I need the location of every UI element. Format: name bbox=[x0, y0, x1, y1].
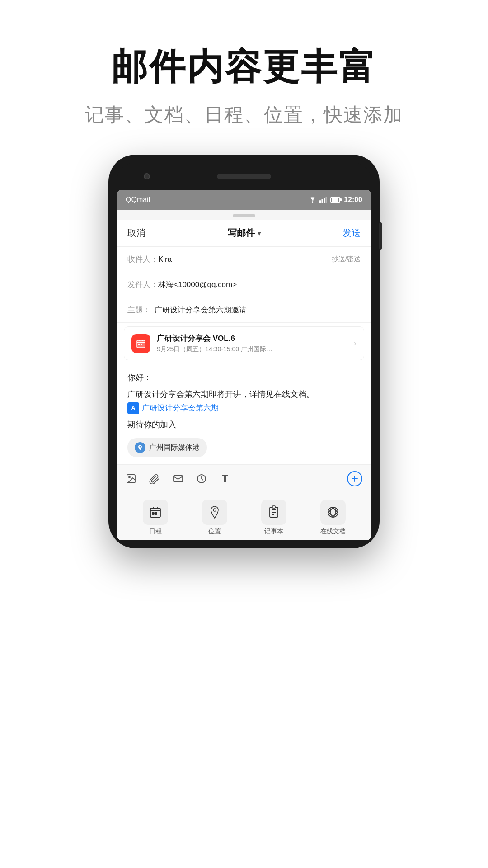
image-svg bbox=[126, 473, 136, 484]
bottom-tabs: 日程 位置 bbox=[117, 493, 371, 540]
compose-title: 写邮件 ▾ bbox=[228, 227, 261, 239]
toolbar-icons bbox=[126, 473, 230, 484]
phone-top-bar bbox=[117, 163, 371, 190]
mail-icon[interactable] bbox=[173, 473, 183, 484]
svg-rect-9 bbox=[142, 340, 143, 341]
event-arrow-icon: › bbox=[354, 339, 357, 348]
wifi-icon bbox=[309, 197, 317, 203]
location-chip[interactable]: 广州国际媒体港 bbox=[127, 438, 207, 457]
send-button[interactable]: 发送 bbox=[343, 227, 361, 239]
tab-calendar-label: 日程 bbox=[149, 528, 162, 536]
calendar-svg bbox=[136, 338, 146, 349]
pin-svg bbox=[137, 444, 143, 451]
event-time: 9月25日（周五）14:30-15:00 广州国际… bbox=[157, 345, 354, 354]
status-right-icons: 12:00 bbox=[309, 196, 362, 204]
sender-field: 发件人： 林海<10000@qq.com> bbox=[117, 272, 371, 297]
subject-value[interactable]: 广研设计分享会第六期邀请 bbox=[155, 305, 361, 315]
subject-field: 主题： 广研设计分享会第六期邀请 bbox=[117, 297, 371, 323]
event-calendar-icon bbox=[131, 334, 150, 353]
svg-rect-3 bbox=[324, 198, 325, 203]
title-dropdown-arrow[interactable]: ▾ bbox=[258, 230, 261, 237]
header-section: 邮件内容更丰富 记事、文档、日程、位置，快速添加 bbox=[0, 0, 488, 155]
phone-camera bbox=[144, 173, 150, 179]
clock-svg bbox=[196, 473, 207, 484]
doc-link[interactable]: A 广研设计分享会第六期 bbox=[127, 402, 219, 414]
main-title: 邮件内容更丰富 bbox=[0, 45, 488, 89]
phone-screen: QQmail bbox=[117, 190, 371, 540]
online-doc-tab-icon bbox=[320, 500, 346, 525]
tab-notepad[interactable]: 记事本 bbox=[244, 500, 303, 536]
status-bar: QQmail bbox=[117, 190, 371, 210]
svg-rect-1 bbox=[319, 200, 321, 203]
text-format-icon[interactable] bbox=[220, 473, 230, 484]
online-doc-tab-svg bbox=[326, 505, 340, 519]
phone-wrapper: QQmail bbox=[0, 155, 488, 548]
body-greeting: 你好： bbox=[127, 371, 361, 384]
svg-point-0 bbox=[312, 202, 313, 203]
recipient-value[interactable]: Kira bbox=[158, 255, 332, 264]
svg-rect-17 bbox=[152, 513, 154, 514]
location-tab-svg bbox=[208, 505, 221, 519]
svg-rect-8 bbox=[139, 340, 140, 341]
doc-icon: A bbox=[127, 402, 139, 414]
sub-title: 记事、文档、日程、位置，快速添加 bbox=[0, 102, 488, 127]
signal-icon bbox=[319, 197, 327, 203]
text-t-svg bbox=[220, 473, 230, 484]
email-toolbar bbox=[117, 464, 371, 493]
tab-calendar[interactable]: 日程 bbox=[126, 500, 185, 536]
tab-notepad-label: 记事本 bbox=[264, 528, 283, 536]
tab-location[interactable]: 位置 bbox=[185, 500, 244, 536]
body-content: 广研设计分享会第六期即将开讲，详情见在线文档。 A 广研设计分享会第六期 bbox=[127, 388, 361, 415]
image-icon[interactable] bbox=[126, 473, 136, 484]
svg-point-13 bbox=[129, 476, 130, 478]
svg-rect-7 bbox=[137, 342, 145, 343]
doc-link-text[interactable]: 广研设计分享会第六期 bbox=[142, 402, 219, 414]
phone-device: QQmail bbox=[108, 155, 380, 548]
svg-rect-20 bbox=[272, 506, 275, 508]
battery-icon bbox=[330, 197, 340, 203]
cancel-button[interactable]: 取消 bbox=[127, 227, 145, 239]
plus-svg bbox=[351, 475, 358, 482]
svg-rect-2 bbox=[322, 199, 323, 203]
tab-online-doc-label: 在线文档 bbox=[320, 528, 346, 536]
plus-button[interactable] bbox=[347, 471, 362, 486]
phone-speaker bbox=[217, 174, 271, 179]
cc-label[interactable]: 抄送/密送 bbox=[332, 255, 361, 264]
location-dot-icon bbox=[135, 442, 145, 453]
mail-svg bbox=[173, 473, 183, 484]
svg-rect-4 bbox=[326, 197, 327, 203]
subject-label: 主题： bbox=[127, 305, 155, 315]
clock-icon[interactable] bbox=[196, 473, 207, 484]
email-nav: 取消 写邮件 ▾ 发送 bbox=[117, 220, 371, 247]
calendar-tab-svg bbox=[149, 505, 162, 519]
recipient-label: 收件人： bbox=[127, 254, 158, 264]
sender-label: 发件人： bbox=[127, 279, 158, 290]
email-body[interactable]: 你好： 广研设计分享会第六期即将开讲，详情见在线文档。 A 广研设计分享会第六期… bbox=[117, 364, 371, 464]
notepad-tab-icon bbox=[261, 500, 286, 525]
location-name: 广州国际媒体港 bbox=[149, 442, 200, 453]
calendar-tab-icon bbox=[143, 500, 168, 525]
attachment-icon[interactable] bbox=[149, 473, 160, 484]
body-ending: 期待你的加入 bbox=[127, 418, 361, 431]
phone-side-button bbox=[379, 222, 382, 250]
attachment-svg bbox=[149, 473, 160, 484]
scroll-handle bbox=[233, 214, 255, 217]
event-card[interactable]: 广研设计分享会 VOL.6 9月25日（周五）14:30-15:00 广州国际…… bbox=[124, 326, 364, 360]
status-time: 12:00 bbox=[344, 196, 362, 204]
sender-value[interactable]: 林海<10000@qq.com> bbox=[158, 279, 361, 290]
notepad-tab-svg bbox=[267, 505, 280, 519]
svg-point-21 bbox=[328, 507, 338, 517]
svg-rect-11 bbox=[141, 344, 142, 345]
email-compose: 取消 写邮件 ▾ 发送 收件人： Kira 抄送/密送 发件人： 林海<10 bbox=[117, 220, 371, 540]
status-icons bbox=[309, 197, 327, 203]
tab-location-label: 位置 bbox=[208, 528, 221, 536]
recipient-field: 收件人： Kira 抄送/密送 bbox=[117, 247, 371, 272]
svg-rect-18 bbox=[155, 513, 157, 514]
tab-online-doc[interactable]: 在线文档 bbox=[303, 500, 362, 536]
status-app-name: QQmail bbox=[126, 196, 150, 204]
event-title: 广研设计分享会 VOL.6 bbox=[157, 333, 354, 344]
svg-rect-10 bbox=[138, 344, 140, 345]
event-info: 广研设计分享会 VOL.6 9月25日（周五）14:30-15:00 广州国际… bbox=[157, 333, 354, 354]
location-tab-icon bbox=[202, 500, 227, 525]
